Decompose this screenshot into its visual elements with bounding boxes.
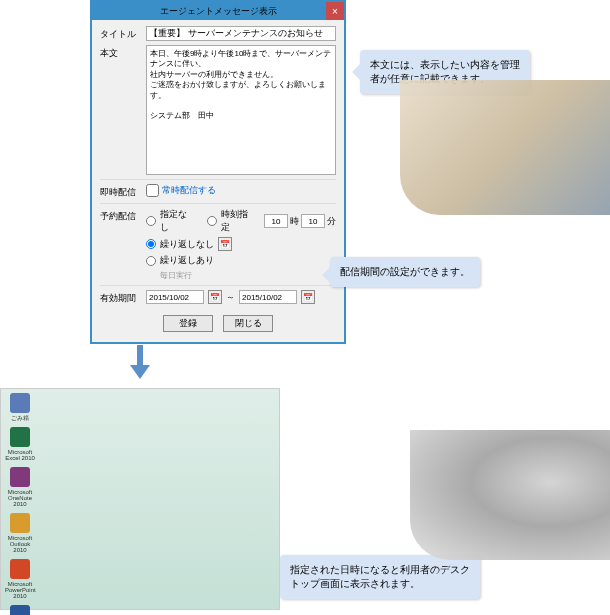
desktop-icon[interactable]: Microsoft Excel 2010 bbox=[5, 427, 35, 461]
desktop-icon[interactable]: ごみ箱 bbox=[5, 393, 35, 421]
radio-repeat-label: 繰り返しあり bbox=[160, 254, 214, 267]
close-button[interactable]: 閉じる bbox=[223, 315, 273, 332]
date-to-input[interactable] bbox=[239, 290, 297, 304]
dialog-title: エージェントメッセージ表示 bbox=[96, 5, 340, 18]
radio-repeat-row[interactable]: 繰り返しあり bbox=[146, 254, 336, 267]
mouse-photo bbox=[410, 430, 610, 560]
keyboard-photo bbox=[400, 80, 610, 215]
agent-message-dialog: エージェントメッセージ表示 × タイトル 本文 本日、午後9時より午後10時まで… bbox=[90, 0, 346, 344]
desktop-icons: ごみ箱Microsoft Excel 2010Microsoft OneNote… bbox=[5, 393, 35, 615]
app-icon bbox=[10, 559, 30, 579]
desktop-screenshot: ごみ箱Microsoft Excel 2010Microsoft OneNote… bbox=[0, 388, 280, 610]
radio-norepeat-label: 繰り返しなし bbox=[160, 238, 214, 251]
body-textarea[interactable]: 本日、午後9時より午後10時まで、サーバーメンテナンスに伴い、 社内サーバーの利… bbox=[146, 45, 336, 175]
radio-none-label: 指定なし bbox=[160, 208, 190, 234]
date-separator: ～ bbox=[226, 291, 235, 304]
arrow-down-icon bbox=[130, 345, 150, 380]
icon-label: Microsoft OneNote 2010 bbox=[5, 489, 35, 507]
callout-desktop-info: 指定された日時になると利用者のデスクトップ画面に表示されます。 bbox=[280, 555, 480, 599]
calendar-icon[interactable]: 📅 bbox=[208, 290, 222, 304]
radio-none[interactable] bbox=[146, 216, 156, 226]
title-input[interactable] bbox=[146, 26, 336, 41]
schedule-label: 予約配信 bbox=[100, 208, 140, 223]
minute-unit: 分 bbox=[327, 215, 336, 228]
radio-repeat[interactable] bbox=[146, 256, 156, 266]
radio-norepeat[interactable] bbox=[146, 239, 156, 249]
app-icon bbox=[10, 513, 30, 533]
instant-checkbox-label: 常時配信する bbox=[162, 184, 216, 197]
instant-checkbox-row[interactable]: 常時配信する bbox=[146, 184, 216, 197]
dialog-titlebar[interactable]: エージェントメッセージ表示 × bbox=[92, 2, 344, 20]
desktop-icon[interactable]: Microsoft PowerPoint 2010 bbox=[5, 559, 35, 599]
app-icon bbox=[10, 427, 30, 447]
radio-time-label: 時刻指定 bbox=[221, 208, 251, 234]
icon-label: ごみ箱 bbox=[5, 415, 35, 421]
period-label: 有効期間 bbox=[100, 290, 140, 305]
app-icon bbox=[10, 467, 30, 487]
calendar-icon[interactable]: 📅 bbox=[301, 290, 315, 304]
instant-checkbox[interactable] bbox=[146, 184, 159, 197]
callout-period-info: 配信期間の設定ができます。 bbox=[330, 257, 480, 287]
icon-label: Microsoft PowerPoint 2010 bbox=[5, 581, 35, 599]
instant-label: 即時配信 bbox=[100, 184, 140, 199]
desktop-icon[interactable]: Microsoft OneNote 2010 bbox=[5, 467, 35, 507]
body-label: 本文 bbox=[100, 45, 140, 60]
desktop-icon[interactable]: Microsoft Word 2010 bbox=[5, 605, 35, 615]
icon-label: Microsoft Outlook 2010 bbox=[5, 535, 35, 553]
radio-norepeat-row[interactable]: 繰り返しなし 📅 bbox=[146, 237, 336, 251]
title-label: タイトル bbox=[100, 26, 140, 41]
app-icon bbox=[10, 605, 30, 615]
desktop-icon[interactable]: Microsoft Outlook 2010 bbox=[5, 513, 35, 553]
date-from-input[interactable] bbox=[146, 290, 204, 304]
radio-none-row[interactable]: 指定なし 時刻指定 時 分 bbox=[146, 208, 336, 234]
repeat-sub-label: 毎日実行 bbox=[160, 270, 336, 281]
register-button[interactable]: 登録 bbox=[163, 315, 213, 332]
hour-input[interactable] bbox=[264, 214, 288, 228]
close-icon[interactable]: × bbox=[326, 2, 344, 20]
app-icon bbox=[10, 393, 30, 413]
calendar-icon[interactable]: 📅 bbox=[218, 237, 232, 251]
icon-label: Microsoft Excel 2010 bbox=[5, 449, 35, 461]
radio-time[interactable] bbox=[207, 216, 217, 226]
hour-unit: 時 bbox=[290, 215, 299, 228]
dialog-body: タイトル 本文 本日、午後9時より午後10時まで、サーバーメンテナンスに伴い、 … bbox=[92, 20, 344, 342]
minute-input[interactable] bbox=[301, 214, 325, 228]
